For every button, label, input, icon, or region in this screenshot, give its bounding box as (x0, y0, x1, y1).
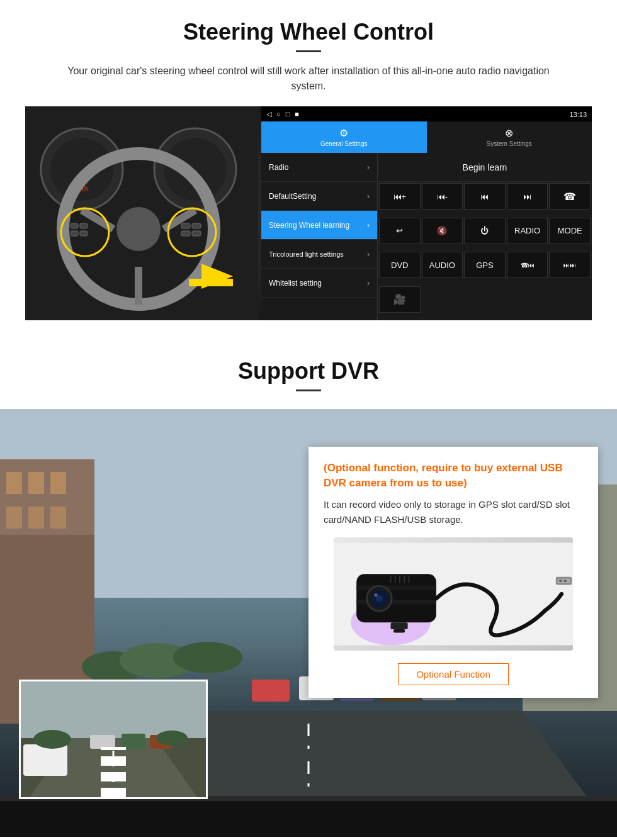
ctrl-vol-up[interactable]: ⏮+ (379, 183, 421, 210)
android-menu-list: Radio › DefaultSetting › Steering Wheel … (261, 153, 378, 320)
svg-rect-55 (0, 799, 617, 837)
svg-rect-20 (192, 223, 201, 228)
control-grid: ⏮+ ⏮- ⏮ ⏭ ☎ ↩ 🔇 ⏻ RADIO MODE DVD AUDIO G… (378, 182, 592, 320)
ctrl-next[interactable]: ⏭ (507, 183, 548, 210)
svg-rect-28 (6, 507, 22, 529)
back-btn[interactable]: ◁ (266, 110, 271, 118)
svg-rect-63 (90, 735, 115, 749)
svg-rect-17 (71, 231, 78, 236)
ctrl-skip[interactable]: ⏭⏭ (549, 252, 591, 278)
svg-point-49 (173, 642, 242, 673)
ctrl-dvr[interactable]: 🎥 (379, 286, 421, 313)
android-right-panel: Begin learn ⏮+ ⏮- ⏮ ⏭ ☎ ↩ 🔇 ⏻ RADIO MODE (378, 153, 592, 320)
chevron-icon: › (367, 163, 370, 172)
svg-rect-21 (181, 231, 190, 236)
steering-section: Steering Wheel Control Your original car… (0, 0, 617, 333)
svg-rect-88 (564, 580, 567, 582)
svg-rect-64 (122, 734, 145, 749)
svg-rect-87 (559, 580, 562, 582)
svg-rect-25 (6, 472, 22, 494)
svg-rect-83 (390, 622, 407, 629)
svg-rect-66 (23, 744, 67, 776)
steering-bg: km/h (25, 106, 261, 320)
begin-learn-button[interactable]: Begin learn (463, 162, 507, 172)
steering-visual: km/h (25, 106, 592, 320)
gear-icon: ⚙ (339, 127, 348, 139)
system-icon: ⊗ (505, 127, 513, 139)
svg-point-77 (374, 593, 377, 596)
dvr-section: Support DVR (0, 345, 617, 837)
ctrl-prev[interactable]: ⏮ (464, 183, 506, 210)
dvr-camera-svg (334, 537, 573, 651)
menu-item-tricoloured[interactable]: Tricoloured light settings › (261, 240, 377, 269)
camera-placeholder (334, 537, 573, 651)
svg-rect-27 (50, 472, 66, 494)
chevron-icon: › (367, 279, 370, 288)
optional-function-row: Optional Function (324, 663, 583, 685)
optional-function-button[interactable]: Optional Function (398, 663, 509, 685)
ctrl-audio[interactable]: AUDIO (422, 252, 463, 278)
dvr-title-divider (296, 389, 321, 391)
svg-rect-84 (393, 629, 405, 632)
dvr-description: It can record video only to storage in G… (324, 497, 583, 527)
android-tabs: ⚙ General Settings ⊗ System Settings (261, 121, 592, 153)
thumbnail-svg (21, 681, 206, 797)
page-title: Steering Wheel Control (25, 19, 592, 45)
svg-point-68 (156, 731, 188, 746)
svg-rect-15 (71, 223, 78, 228)
steering-wheel-svg: km/h (25, 106, 258, 320)
svg-point-67 (33, 730, 71, 749)
menu-item-default-setting[interactable]: DefaultSetting › (261, 182, 377, 211)
ctrl-dvd[interactable]: DVD (379, 252, 421, 278)
time-display: 13:13 (569, 111, 587, 118)
chevron-icon: › (367, 192, 370, 201)
recent-btn[interactable]: □ (286, 110, 290, 118)
tab-general-settings[interactable]: ⚙ General Settings (261, 121, 427, 153)
thumbnail-inner (21, 681, 206, 797)
dvr-background: (Optional function, require to buy exter… (0, 409, 617, 837)
android-panel: ◁ ○ □ ■ 13:13 ⚙ General Settings ⊗ Syste… (261, 106, 592, 320)
svg-rect-30 (50, 507, 66, 529)
svg-rect-16 (80, 223, 88, 228)
dvr-info-card: (Optional function, require to buy exter… (308, 447, 598, 698)
ctrl-phone-track[interactable]: ☎⏮ (507, 252, 548, 278)
svg-rect-29 (28, 507, 44, 529)
dvr-optional-note: (Optional function, require to buy exter… (324, 461, 583, 491)
chevron-icon: › (367, 250, 370, 259)
menu-btn[interactable]: ■ (295, 110, 299, 118)
ctrl-radio[interactable]: RADIO (507, 218, 548, 244)
dvr-header: Support DVR (0, 345, 617, 409)
title-divider (296, 50, 321, 52)
begin-learn-row: Begin learn (378, 153, 592, 182)
svg-rect-19 (181, 223, 190, 228)
svg-rect-22 (192, 231, 201, 236)
menu-item-whitelist[interactable]: Whitelist setting › (261, 269, 377, 298)
ctrl-power[interactable]: ⏻ (464, 218, 506, 244)
ctrl-vol-down[interactable]: ⏮- (422, 183, 463, 210)
svg-rect-72 (356, 585, 436, 590)
tab-system-settings[interactable]: ⊗ System Settings (427, 121, 592, 153)
svg-point-5 (164, 138, 227, 201)
status-icons: 13:13 (569, 108, 587, 120)
android-statusbar: ◁ ○ □ ■ 13:13 (261, 106, 592, 121)
svg-rect-26 (28, 472, 44, 494)
dvr-title: Support DVR (0, 358, 617, 384)
steering-wheel-image: km/h (25, 106, 261, 320)
dvr-thumbnail (19, 680, 208, 799)
ctrl-hangup[interactable]: ↩ (379, 218, 421, 244)
svg-rect-41 (252, 680, 290, 702)
steering-description: Your original car's steering wheel contr… (50, 64, 567, 94)
ctrl-mute[interactable]: 🔇 (422, 218, 463, 244)
svg-rect-58 (21, 681, 206, 738)
ctrl-phone[interactable]: ☎ (549, 183, 591, 210)
svg-point-10 (116, 207, 161, 251)
home-btn[interactable]: ○ (276, 110, 281, 118)
menu-item-steering-wheel[interactable]: Steering Wheel learning › (261, 211, 377, 240)
svg-rect-14 (189, 279, 233, 286)
ctrl-mode[interactable]: MODE (549, 218, 591, 244)
android-menu: Radio › DefaultSetting › Steering Wheel … (261, 153, 592, 320)
chevron-icon: › (367, 221, 370, 230)
dvr-camera-illustration (324, 537, 583, 651)
ctrl-gps[interactable]: GPS (464, 252, 506, 278)
menu-item-radio[interactable]: Radio › (261, 153, 377, 182)
